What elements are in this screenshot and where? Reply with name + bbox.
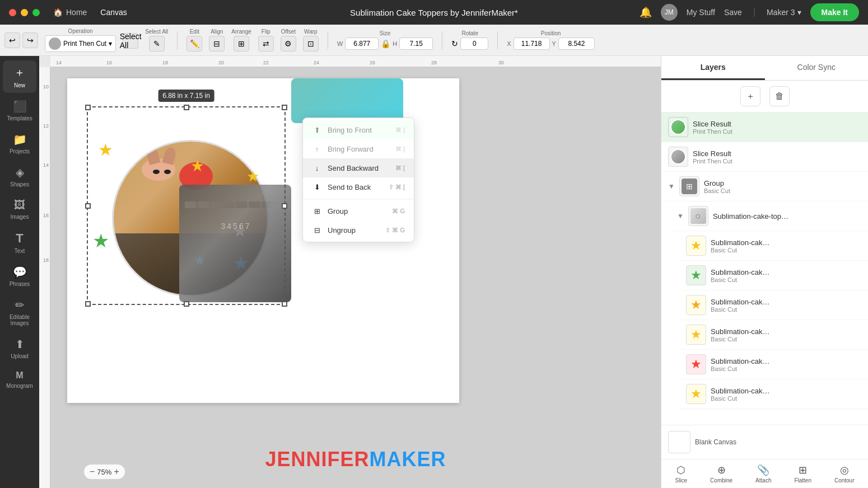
home-nav[interactable]: 🏠 Home (53, 8, 87, 17)
size-label: Size (380, 30, 390, 36)
size-w-label: W (337, 40, 343, 47)
operation-chevron: ▾ (109, 40, 112, 48)
save-button[interactable]: Save (724, 8, 742, 17)
sidebar-item-new[interactable]: ＋ New (3, 60, 36, 93)
sub-3-name: Sublimation-cak… (711, 298, 861, 306)
ctx-ungroup[interactable]: ⊟ Ungroup ⇧ ⌘ G (303, 220, 414, 240)
edit-icon-btn[interactable]: ✏️ (186, 36, 202, 51)
ctx-send-backward[interactable]: ⬆ Bring to Front ⌘ ] (303, 120, 414, 139)
add-layer-button[interactable]: ＋ (740, 86, 760, 106)
flip-label: Flip (262, 29, 270, 35)
arrange-btn[interactable]: ⊞ (234, 36, 249, 51)
sub-top-name: Sublimation-cake-top… (713, 212, 861, 220)
layer-info-sub-1: Sublimation-cak… Basic Cut (711, 238, 861, 254)
sidebar-item-upload[interactable]: ⬆ Upload (3, 333, 36, 364)
handle-tl[interactable] (85, 105, 91, 110)
canvas-nav[interactable]: Canvas (100, 8, 127, 17)
edit-button[interactable]: ✎ (149, 36, 165, 51)
ctx-group[interactable]: ⊞ Group ⌘ G (303, 201, 414, 220)
canvas-area[interactable]: 14 16 18 20 22 24 26 28 30 10 12 14 16 1… (39, 56, 661, 488)
sidebar-item-images[interactable]: 🖼 Images (3, 194, 36, 224)
sidebar-item-text[interactable]: T Text (3, 227, 36, 259)
upload-icon: ⬆ (15, 337, 25, 351)
zoom-in-button[interactable]: + (114, 467, 119, 477)
separator-1 (177, 31, 178, 49)
panel-bottom: Blank Canvas (661, 425, 868, 459)
rotate-input[interactable] (460, 37, 488, 50)
sidebar-item-shapes[interactable]: ◈ Shapes (3, 161, 36, 192)
pos-y-input[interactable] (558, 37, 595, 50)
layer-sub-1[interactable]: ★ Sublimation-cak… Basic Cut (679, 231, 868, 261)
layer-sub-3[interactable]: ★ Sublimation-cak… Basic Cut (679, 290, 868, 320)
maker-label: Maker 3 (767, 8, 795, 17)
ctx-send-backward-item[interactable]: ↓ Send Backward ⌘ [ (303, 158, 414, 177)
layer-sub-2[interactable]: ★ Sublimation-cak… Basic Cut (679, 261, 868, 290)
blank-canvas-label: Blank Canvas (695, 438, 736, 446)
slice-button[interactable]: ⬡ Slice (675, 464, 687, 484)
maximize-button[interactable] (32, 9, 40, 16)
sidebar-item-editable-images[interactable]: ✏ Editable Images (3, 294, 36, 331)
layer-sub-4[interactable]: ★ Sublimation-cak… Basic Cut (679, 320, 868, 350)
layer-thumb-2 (668, 147, 688, 167)
avatar[interactable]: JM (661, 4, 678, 21)
offset-btn[interactable]: ⚙ (281, 36, 296, 51)
undo-button[interactable]: ↩ (4, 32, 20, 48)
operation-select[interactable]: Print Then Cut ▾ (45, 35, 116, 52)
zoom-out-button[interactable]: − (90, 467, 95, 477)
tab-layers[interactable]: Layers (661, 56, 765, 80)
delete-layer-button[interactable]: 🗑 (769, 86, 790, 106)
ctx-group-shortcut: ⌘ G (392, 208, 405, 215)
layer-slice-result-1[interactable]: Slice Result Print Then Cut (661, 112, 868, 142)
ctx-bring-forward[interactable]: ↑ Bring Forward ⌘ ] (303, 139, 414, 158)
size-w-input[interactable] (345, 37, 379, 50)
watermark-maker: MAKER (370, 448, 446, 471)
select-all-button[interactable]: Select All (123, 33, 138, 49)
flatten-button[interactable]: ⊞ Flatten (794, 464, 811, 484)
sidebar-item-templates[interactable]: ⬛ Templates (3, 95, 36, 126)
star-green-icon: ★ (690, 268, 702, 283)
phrases-label: Phrases (10, 281, 30, 287)
arrange-group: Arrange ⊞ (231, 29, 251, 51)
handle-bl[interactable] (85, 301, 91, 307)
make-it-button[interactable]: Make It (810, 3, 859, 21)
handle-tr[interactable] (282, 105, 287, 110)
layer-sub-6[interactable]: ★ Sublimation-cak… Basic Cut (679, 379, 868, 409)
my-stuff-button[interactable]: My Stuff (687, 8, 715, 17)
sidebar-item-phrases[interactable]: 💬 Phrases (3, 261, 36, 292)
tab-color-sync[interactable]: Color Sync (765, 56, 869, 80)
sidebar-item-projects[interactable]: 📁 Projects (3, 128, 36, 159)
contour-button[interactable]: ◎ Contour (834, 464, 855, 484)
sub-top-chevron: ▼ (677, 212, 684, 220)
notification-icon[interactable]: 🔔 (640, 6, 652, 18)
layer-sub-5[interactable]: ★ Sublimation-cak… Basic Cut (679, 350, 868, 379)
attach-icon: 📎 (757, 464, 769, 476)
sub-6-type: Basic Cut (711, 395, 861, 402)
layer-sublimation-top[interactable]: ▼ ⬡ Sublimation-cake-top… (670, 201, 868, 231)
layer-group[interactable]: ▼ ⊞ Group Basic Cut (661, 172, 868, 201)
handle-ml[interactable] (85, 203, 91, 209)
handle-tm[interactable] (184, 105, 189, 110)
align-btn[interactable]: ⊟ (209, 36, 225, 51)
redo-button[interactable]: ↪ (22, 32, 38, 48)
combine-icon: ⊕ (717, 464, 726, 476)
sidebar-item-monogram[interactable]: M Monogram (3, 366, 36, 393)
size-h-input[interactable] (399, 37, 433, 50)
layer-slice-result-2[interactable]: Slice Result Print Then Cut (661, 142, 868, 172)
position-label: Position (541, 30, 561, 36)
flip-btn[interactable]: ⇄ (258, 36, 274, 51)
ctx-send-to-back[interactable]: ⬇ Send to Back ⇧ ⌘ [ (303, 177, 414, 196)
minimize-button[interactable] (21, 9, 28, 16)
contour-icon: ◎ (840, 464, 849, 476)
shapes-icon: ◈ (16, 166, 24, 179)
maker-select[interactable]: Maker 3 ▾ (767, 8, 801, 17)
ctx-group-label: Group (328, 207, 348, 215)
attach-button[interactable]: 📎 Attach (755, 464, 771, 484)
pos-x-input[interactable] (514, 37, 550, 50)
warp-btn[interactable]: ⊡ (303, 36, 319, 51)
layer-thumb-sub-5: ★ (686, 354, 706, 374)
size-group: Size W 🔒 H (337, 30, 433, 50)
lock-icon[interactable]: 🔒 (381, 39, 390, 48)
combine-button[interactable]: ⊕ Combine (710, 464, 732, 484)
send-backward-icon: ↓ (312, 163, 322, 173)
close-button[interactable] (9, 9, 16, 16)
